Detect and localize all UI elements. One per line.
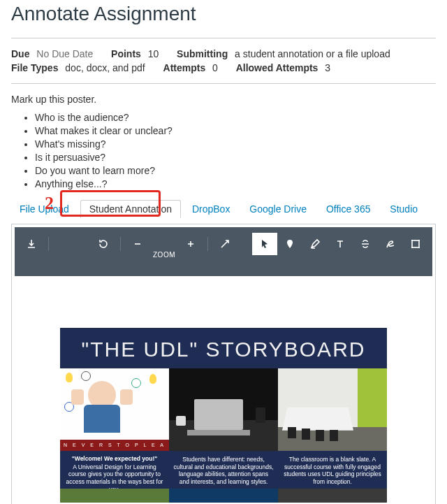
poster-image-1: N E V E R S T O P L E A R N <box>60 368 169 451</box>
point-annotation-button[interactable] <box>277 233 302 255</box>
page-title: Annotate Assignment <box>11 0 436 38</box>
area-tool-button[interactable] <box>403 233 428 255</box>
allowed-label: Allowed Attempts <box>236 62 318 73</box>
points-label: Points <box>111 48 141 59</box>
download-button[interactable] <box>19 233 44 255</box>
attempts-value: 0 <box>212 62 218 73</box>
draw-tool-button[interactable] <box>378 233 403 255</box>
rotate-button[interactable] <box>91 233 116 255</box>
highlight-tool-button[interactable] <box>302 233 328 255</box>
allowed-value: 3 <box>325 62 330 73</box>
filetypes-label: File Types <box>11 62 58 73</box>
instructions-list: Who is the audience? What makes it clear… <box>11 112 436 189</box>
list-item: Is it persuasive? <box>35 152 436 163</box>
list-item: Who is the audience? <box>35 112 436 123</box>
zoom-label: ZOOM <box>150 243 178 266</box>
poster-document: "THE UDL" STORYBOARD <box>60 328 387 503</box>
tab-student-annotation[interactable]: Student Annotation <box>80 200 181 218</box>
tab-studio[interactable]: Studio <box>381 201 426 217</box>
instructions-lead: Mark up this poster. <box>11 94 436 105</box>
poster-caption-3: The classroom is a blank slate. A succes… <box>278 451 387 489</box>
tab-google-drive[interactable]: Google Drive <box>241 201 315 217</box>
submission-tabs: File Upload Student Annotation DropBox G… <box>11 197 436 224</box>
list-item: What makes it clear or unclear? <box>35 125 436 136</box>
due-value: No Due Date <box>36 48 93 59</box>
list-item: Do you want to learn more? <box>35 165 436 176</box>
list-item: What's missing? <box>35 138 436 150</box>
poster-title: "THE UDL" STORYBOARD <box>60 328 387 368</box>
tab-dropbox[interactable]: DropBox <box>184 201 238 217</box>
assignment-meta: Due No Due Date Points 10 Submitting a s… <box>11 38 436 84</box>
attempts-label: Attempts <box>163 62 206 73</box>
zoom-out-button[interactable] <box>125 233 150 255</box>
separator <box>207 237 208 251</box>
strikeout-tool-button[interactable] <box>353 233 378 255</box>
poster-caption-2: Students have different: needs, cultural… <box>169 451 278 489</box>
submitting-label: Submitting <box>177 48 228 59</box>
separator <box>120 237 121 251</box>
poster-image-3 <box>278 368 387 451</box>
due-label: Due <box>11 48 29 59</box>
text-tool-button[interactable] <box>328 233 353 255</box>
pointer-tool-button[interactable] <box>252 233 277 255</box>
points-value: 10 <box>148 48 159 59</box>
poster-caption-1: "Welcome! We expected you!" A Universal … <box>60 451 169 489</box>
separator <box>48 237 49 251</box>
fullscreen-button[interactable] <box>212 233 237 255</box>
zoom-in-button[interactable] <box>178 233 203 255</box>
annotation-viewer: ZOOM <box>11 224 436 504</box>
poster-banner: N E V E R S T O P L E A R N <box>60 440 169 451</box>
annotation-toolbar: ZOOM <box>15 227 432 276</box>
svg-rect-0 <box>412 240 419 247</box>
submitting-value: a student annotation or a file upload <box>235 48 390 59</box>
poster-image-2 <box>169 368 278 451</box>
document-canvas[interactable]: "THE UDL" STORYBOARD <box>15 276 432 503</box>
filetypes-value: doc, docx, and pdf <box>65 62 145 73</box>
instructions-block: Mark up this poster. Who is the audience… <box>11 84 436 196</box>
tab-file-upload[interactable]: File Upload <box>11 201 78 217</box>
list-item: Anything else...? <box>35 178 436 189</box>
tab-office-365[interactable]: Office 365 <box>318 201 379 217</box>
